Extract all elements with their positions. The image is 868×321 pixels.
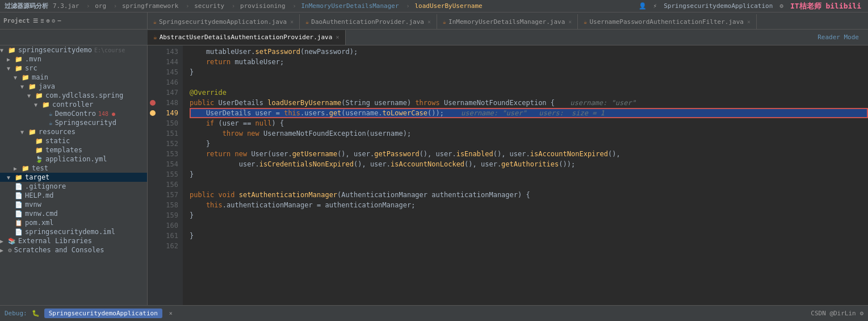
sidebar-tab-project[interactable]: Project ☰ ≡ ⊕ ⚙ — — [0, 12, 148, 29]
folder-resources-icon: 📁 — [28, 128, 36, 136]
gutter-157 — [148, 190, 159, 200]
tree-item-static[interactable]: 📁 static — [0, 136, 147, 145]
tree-item-pomxml[interactable]: 📋 pom.xml — [0, 218, 147, 227]
tree-item-external-libs[interactable]: ▶ 📚 External Libraries — [0, 236, 147, 245]
tab-abstract-close[interactable]: × — [336, 34, 339, 41]
reader-mode-button[interactable]: Reader Mode — [817, 34, 859, 41]
tree-item-mvnwcmd[interactable]: 📄 mvnw.cmd — [0, 209, 147, 218]
tree-item-controller[interactable]: ▼ 📁 controller — [0, 100, 147, 109]
code-editor: 143 144 145 146 147 148 149 150 151 152 … — [148, 45, 868, 305]
tab-close-1[interactable]: × — [427, 19, 431, 25]
sidebar-icon-gear[interactable]: ⚙ — [52, 18, 55, 24]
line-numbers: 143 144 145 146 147 148 149 150 151 152 … — [159, 45, 183, 305]
tree-item-scratches[interactable]: ▶ ⚙ Scratches and Consoles — [0, 245, 147, 255]
tree-item-iml[interactable]: 📄 springsecuritydemo.iml — [0, 227, 147, 236]
line-154: user.isCredentialsNonExpired(), user.isA… — [190, 159, 868, 169]
debug-icon: 🐛 — [32, 310, 40, 317]
tree-item-springsecurityd[interactable]: ☕ Springsecurityd — [0, 118, 147, 127]
tree-item-democontro[interactable]: ☕ DemoContro 148 ● — [0, 109, 147, 118]
sidebar-icon-minus[interactable]: — — [57, 18, 61, 24]
tree-item-mvnw[interactable]: 📄 mvnw — [0, 200, 147, 209]
folder-target-icon: 📁 — [15, 174, 23, 181]
helpmd-icon: 📄 — [15, 192, 23, 199]
gutter-160 — [148, 220, 159, 231]
folder-templates-icon: 📁 — [35, 147, 43, 154]
user-icon[interactable]: 👤 — [639, 2, 647, 10]
line-150: if (user == null) { — [190, 118, 868, 128]
tree-item-src[interactable]: ▼ 📁 src — [0, 64, 147, 73]
mvnwcmd-icon: 📄 — [15, 210, 23, 218]
gutter-148 — [148, 98, 159, 108]
folder-java-icon: 📁 — [28, 83, 36, 90]
debug-label: Debug: — [5, 310, 27, 317]
debug-tab-close[interactable]: × — [169, 310, 173, 316]
line-160 — [190, 220, 868, 231]
folder-mvn-icon: 📁 — [15, 56, 23, 63]
java-icon-4: ☕ — [584, 19, 587, 25]
gutter-144 — [148, 57, 159, 67]
tree-item-mvn[interactable]: ▶ 📁 .mvn — [0, 55, 147, 64]
gutter-155 — [148, 169, 159, 180]
sidebar-icon-list[interactable]: ☰ — [33, 18, 38, 24]
tree-item-com[interactable]: ▼ 📁 com.ydlclass.spring — [0, 91, 147, 100]
gutter-162 — [148, 241, 159, 251]
gutter-146 — [148, 77, 159, 87]
java-icon-abstract: ☕ — [153, 34, 157, 41]
breakpoint-icon[interactable] — [150, 100, 156, 106]
tab-close-2[interactable]: × — [568, 19, 572, 25]
sidebar-icon-eq[interactable]: ≡ — [40, 18, 44, 24]
tree-item-target[interactable]: ▼ 📁 target — [0, 173, 147, 182]
tab-inmemory[interactable]: ☕ InMemoryUserDetailsManager.java × — [437, 14, 578, 29]
gutter-154 — [148, 159, 159, 169]
top-bar: 过滤器源码分析 7.3.jar › org › springframework … — [0, 0, 868, 12]
sidebar-icon-add[interactable]: ⊕ — [46, 18, 49, 24]
gitignore-icon: 📄 — [15, 183, 23, 190]
line-143: mutableUser.setPassword(newPassword); — [190, 47, 868, 57]
gutter-149 — [148, 108, 159, 118]
folder-ctrl-icon: 📁 — [42, 101, 50, 109]
tree-item-resources[interactable]: ▼ 📁 resources — [0, 127, 147, 136]
tab-close-3[interactable]: × — [747, 19, 750, 25]
java-file-icon-1: ☕ — [49, 110, 53, 118]
folder-com-icon: 📁 — [35, 92, 43, 99]
line-152: } — [190, 139, 868, 149]
app-tab-debug[interactable]: SpringsecuritydemoApplication — [44, 309, 162, 318]
gutter-143 — [148, 47, 159, 57]
tab-close-0[interactable]: × — [290, 19, 293, 25]
tree-item-application-yml[interactable]: 🍃 application.yml — [0, 155, 147, 164]
gutter-152 — [148, 139, 159, 149]
line-151: throw new UsernameNotFoundException(user… — [190, 128, 868, 139]
line-157: public void setAuthenticationManager(Aut… — [190, 190, 868, 200]
code-content[interactable]: mutableUser.setPassword(newPassword); re… — [183, 45, 868, 305]
tab-springsecuritydemo[interactable]: ☕ SpringsecuritydemoApplication.java × — [148, 14, 300, 29]
tree-item-gitignore[interactable]: 📄 .gitignore — [0, 182, 147, 191]
tab-abstract[interactable]: ☕ AbstractUserDetailsAuthenticationProvi… — [148, 30, 346, 45]
line-162 — [190, 241, 868, 251]
tree-item-test[interactable]: ▶ 📁 test — [0, 164, 147, 173]
settings-icon[interactable]: ⚙ — [779, 2, 783, 10]
breadcrumb-path: 7.3.jar › org › springframework › securi… — [53, 2, 485, 10]
line-153: return new User(user.getUsername(), user… — [190, 149, 868, 159]
tree-item-helpmd[interactable]: 📄 HELP.md — [0, 191, 147, 200]
tab-dao[interactable]: ☕ DaoAuthenticationProvider.java × — [300, 14, 437, 29]
pomxml-icon: 📋 — [15, 219, 23, 227]
line-148: public UserDetails loadUserByUsername(St… — [190, 98, 868, 108]
tree-item-templates[interactable]: 📁 templates — [0, 145, 147, 155]
gutter-156 — [148, 180, 159, 190]
bottom-bar: Debug: 🐛 SpringsecuritydemoApplication ×… — [0, 305, 868, 321]
folder-icon: 📁 — [8, 47, 16, 54]
tree-item-main[interactable]: ▼ 📁 main — [0, 73, 147, 82]
bottom-gear-icon[interactable]: ⚙ — [859, 310, 863, 317]
sidebar: ▼ 📁 springsecuritydemo E:\course ▶ 📁 .mv… — [0, 45, 148, 305]
line-156 — [190, 180, 868, 190]
code-area: 143 144 145 146 147 148 149 150 151 152 … — [148, 45, 868, 305]
tab-usernamepassword[interactable]: ☕ UsernamePasswordAuthenticationFilter.j… — [578, 14, 757, 29]
tree-item-springsecuritydemo[interactable]: ▼ 📁 springsecuritydemo E:\course — [0, 45, 147, 55]
sidebar-tree: ▼ 📁 springsecuritydemo E:\course ▶ 📁 .mv… — [0, 45, 147, 305]
breadcrumb-title: 过滤器源码分析 — [5, 2, 48, 10]
tree-item-java[interactable]: ▼ 📁 java — [0, 82, 147, 91]
iml-icon: 📄 — [15, 228, 23, 236]
line-158: this.authenticationManager = authenticat… — [190, 200, 868, 210]
gutter-145 — [148, 67, 159, 77]
run-icon[interactable]: ⚡ — [653, 2, 657, 10]
